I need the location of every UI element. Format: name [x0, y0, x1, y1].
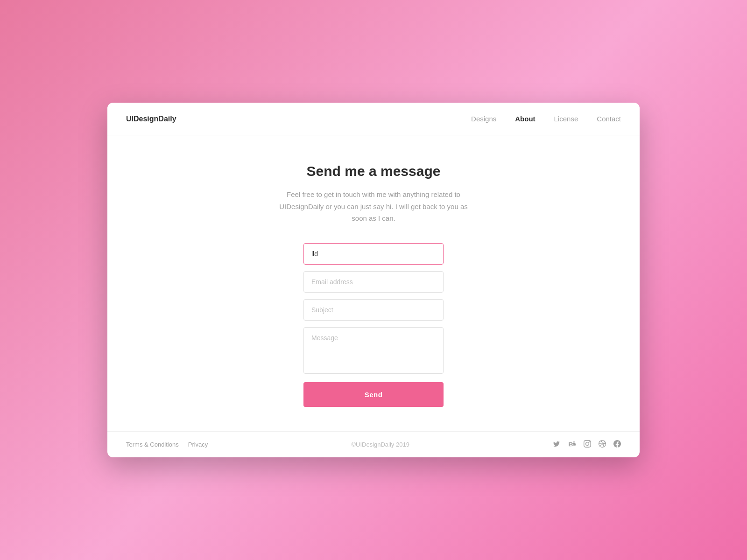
main-content: Send me a message Feel free to get in to…: [107, 135, 640, 431]
page-title: Send me a message: [307, 163, 441, 179]
nav-link-contact[interactable]: Contact: [597, 115, 621, 123]
name-input[interactable]: [303, 243, 444, 265]
site-logo: UIDesignDaily: [126, 115, 176, 123]
message-input[interactable]: [303, 327, 444, 374]
subject-input[interactable]: [303, 299, 444, 321]
footer-left: Terms & Conditions Privacy: [126, 441, 208, 448]
social-links: [553, 440, 621, 449]
nav-link-designs[interactable]: Designs: [471, 115, 496, 123]
footer: Terms & Conditions Privacy ©UIDesignDail…: [107, 431, 640, 457]
twitter-icon[interactable]: [553, 440, 560, 449]
terms-link[interactable]: Terms & Conditions: [126, 441, 179, 448]
page-description: Feel free to get in touch with me with a…: [271, 189, 476, 224]
nav-link-about[interactable]: About: [515, 115, 535, 123]
dribbble-icon[interactable]: [599, 440, 606, 449]
nav-link-license[interactable]: License: [554, 115, 578, 123]
instagram-icon[interactable]: [584, 440, 591, 449]
privacy-link[interactable]: Privacy: [188, 441, 208, 448]
copyright: ©UIDesignDaily 2019: [351, 441, 409, 448]
send-button[interactable]: Send: [303, 382, 444, 407]
email-input[interactable]: [303, 271, 444, 293]
contact-form: Send: [303, 243, 444, 407]
browser-window: UIDesignDaily Designs About License Cont…: [107, 103, 640, 457]
facebook-icon[interactable]: [613, 440, 621, 449]
nav-links: Designs About License Contact: [471, 115, 621, 123]
behance-icon[interactable]: [568, 440, 576, 449]
navbar: UIDesignDaily Designs About License Cont…: [107, 103, 640, 135]
